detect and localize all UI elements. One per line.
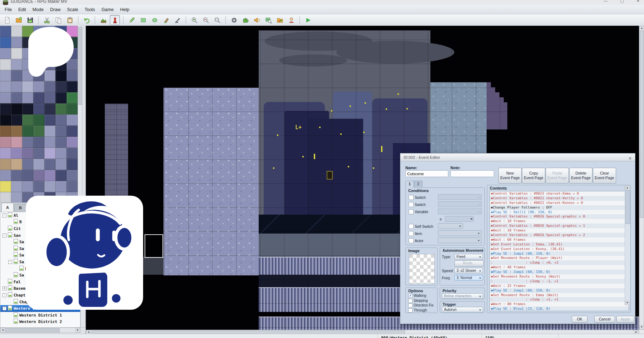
event-page-tab-2[interactable]: 2 bbox=[414, 181, 423, 187]
palette-tile[interactable] bbox=[44, 148, 55, 159]
scroll-down-icon[interactable]: ▼ bbox=[625, 301, 630, 305]
palette-tile[interactable] bbox=[11, 181, 22, 192]
event-command-row[interactable]: ◆Play SE : Jump1 (60, 150, 0) bbox=[490, 288, 629, 293]
palette-tile[interactable] bbox=[44, 159, 55, 170]
event-command-row[interactable]: ◆Wait : 40 frames bbox=[490, 265, 629, 270]
palette-tile[interactable] bbox=[33, 81, 44, 92]
event-page-tab-1[interactable]: 1 bbox=[405, 181, 414, 188]
delete-event-page-button[interactable]: DeleteEvent Page bbox=[569, 168, 592, 183]
switch2-field[interactable]: … bbox=[438, 201, 482, 207]
pencil-tool-icon[interactable] bbox=[127, 15, 137, 25]
cut-icon[interactable] bbox=[42, 15, 52, 25]
copy-event-page-button[interactable]: CopyEvent Page bbox=[522, 168, 545, 183]
actor-checkbox[interactable] bbox=[409, 238, 414, 243]
palette-tile[interactable] bbox=[55, 126, 67, 137]
route-button[interactable]: Route... bbox=[454, 260, 484, 266]
event-command-row[interactable]: ◆Control Variables : #0026 Special-graph… bbox=[490, 224, 629, 228]
map-tree-hscrollbar[interactable]: ◄ ► bbox=[0, 328, 80, 333]
tree-item-western-district-2[interactable]: Western District 2 bbox=[0, 319, 80, 325]
collapse-icon[interactable]: - bbox=[8, 260, 12, 264]
scroll-up-icon[interactable]: ▲ bbox=[625, 186, 630, 190]
zoom-out-icon[interactable] bbox=[201, 15, 211, 25]
palette-tile[interactable] bbox=[55, 92, 67, 103]
event-command-row[interactable]: ◆Set Event Location : Emma, (30,41) bbox=[490, 242, 629, 247]
menu-file[interactable]: File bbox=[1, 6, 15, 14]
name-input[interactable] bbox=[405, 170, 448, 177]
palette-tile[interactable] bbox=[67, 114, 78, 126]
variable-field[interactable]: … bbox=[438, 209, 482, 214]
palette-tile[interactable] bbox=[0, 26, 11, 37]
open-project-icon[interactable] bbox=[14, 15, 24, 25]
switch2-checkbox[interactable] bbox=[409, 202, 414, 207]
undo-icon[interactable] bbox=[82, 15, 92, 25]
switch2-more-button[interactable]: … bbox=[477, 202, 480, 205]
event-command-row[interactable]: ◆Play SE : Blow1 (15, 110, 0) bbox=[490, 307, 629, 311]
palette-tile[interactable] bbox=[67, 103, 78, 114]
palette-tile[interactable] bbox=[22, 181, 33, 192]
palette-tile[interactable] bbox=[44, 126, 55, 137]
palette-tile[interactable] bbox=[0, 92, 11, 103]
event-command-row[interactable]: ◆Set Movement Route : Emma (Wait) bbox=[490, 293, 629, 298]
palette-tile[interactable] bbox=[0, 137, 11, 148]
actor-dropdown[interactable] bbox=[438, 237, 482, 243]
item-checkbox[interactable] bbox=[409, 231, 414, 236]
switch1-checkbox[interactable] bbox=[409, 195, 414, 200]
event-command-row[interactable]: ◆Wait : 10 frames bbox=[490, 228, 629, 233]
self-switch-checkbox[interactable] bbox=[409, 224, 414, 229]
clear-event-page-button[interactable]: ClearEvent Page bbox=[593, 168, 616, 183]
palette-tile[interactable] bbox=[11, 48, 22, 59]
collapse-icon[interactable]: - bbox=[3, 293, 6, 297]
event-command-row[interactable]: ◆Change Player Followers : OFF bbox=[490, 205, 629, 210]
palette-tile[interactable] bbox=[11, 59, 22, 70]
character-generator-icon[interactable] bbox=[286, 15, 296, 25]
palette-tile[interactable] bbox=[11, 70, 22, 81]
new-event-page-button[interactable]: NewEvent Page bbox=[498, 168, 522, 183]
palette-tile[interactable] bbox=[11, 148, 22, 159]
palette-tile[interactable] bbox=[44, 181, 55, 192]
tree-item-western-district-1[interactable]: Western District 1 bbox=[0, 312, 80, 319]
palette-tile[interactable] bbox=[22, 148, 33, 159]
map-vscrollbar-thumb[interactable] bbox=[640, 31, 644, 218]
zoom-in-icon[interactable] bbox=[189, 15, 199, 25]
palette-tile[interactable] bbox=[67, 137, 78, 148]
palette-tile[interactable] bbox=[33, 170, 44, 181]
event-command-row[interactable]: ◆Control Variables : #0022 charset-Kenne… bbox=[490, 201, 629, 205]
event-command-row[interactable]: ◆Control Variables : #0021 charset-Verit… bbox=[490, 196, 629, 201]
rectangle-tool-icon[interactable] bbox=[138, 15, 148, 25]
palette-tile[interactable] bbox=[22, 103, 33, 114]
palette-tile[interactable] bbox=[11, 26, 22, 37]
ok-button[interactable]: OK bbox=[572, 316, 587, 323]
map-tree-hscrollbar-thumb[interactable] bbox=[5, 328, 60, 333]
palette-tile[interactable] bbox=[33, 126, 44, 137]
scroll-right-icon[interactable]: ► bbox=[75, 328, 80, 332]
palette-tile[interactable] bbox=[0, 70, 11, 81]
scroll-up-icon[interactable]: ▲ bbox=[639, 26, 644, 30]
switch1-field[interactable]: … bbox=[438, 194, 482, 200]
palette-tile[interactable] bbox=[33, 148, 44, 159]
close-button[interactable]: ✕ bbox=[636, 0, 640, 3]
palette-tile[interactable] bbox=[44, 81, 55, 92]
event-command-row[interactable]: : : ◇Jump : -1, +1 bbox=[490, 279, 629, 284]
palette-tile[interactable] bbox=[67, 181, 78, 192]
palette-tile[interactable] bbox=[0, 148, 11, 159]
palette-tile[interactable] bbox=[0, 114, 11, 126]
palette-tile[interactable] bbox=[55, 170, 67, 181]
item-dropdown[interactable] bbox=[438, 230, 482, 236]
through-checkbox[interactable] bbox=[408, 308, 413, 313]
palette-tile[interactable] bbox=[67, 170, 78, 181]
map-mode-icon[interactable] bbox=[98, 15, 108, 25]
palette-tile[interactable] bbox=[0, 126, 11, 137]
menu-mode[interactable]: Mode bbox=[29, 6, 47, 14]
palette-tile[interactable] bbox=[11, 114, 22, 126]
collapse-icon[interactable]: - bbox=[3, 307, 6, 310]
event-command-row[interactable]: ◆Set Event Location : Kenny, (30,41) bbox=[490, 247, 629, 251]
palette-tile[interactable] bbox=[22, 159, 33, 170]
walking-checkbox[interactable]: ✓ bbox=[408, 294, 413, 298]
palette-tile[interactable] bbox=[0, 59, 11, 70]
event-command-row[interactable]: ◆Wait : 60 frames bbox=[490, 237, 629, 242]
resource-manager-icon[interactable] bbox=[275, 15, 285, 25]
event-command-row[interactable]: ◆Play SE : Skill1 (90, 150, 0) bbox=[490, 210, 629, 215]
palette-tile[interactable] bbox=[11, 137, 22, 148]
palette-tile[interactable] bbox=[11, 92, 22, 103]
palette-tile[interactable] bbox=[0, 48, 11, 59]
